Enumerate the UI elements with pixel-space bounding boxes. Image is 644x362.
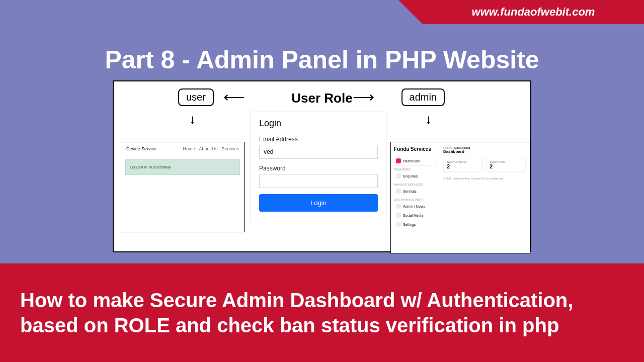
sidebar-services-label: Services bbox=[403, 190, 417, 193]
website-url: www.fundaofwebit.com bbox=[472, 6, 595, 19]
sidebar-section-mgmt: SITE MANAGEMENT bbox=[394, 198, 436, 201]
admin-brand: Funda Services bbox=[394, 146, 436, 152]
sidebar-dashboard-label: Dashboard bbox=[403, 159, 420, 163]
sidebar-social-label: Social Media bbox=[403, 214, 423, 217]
email-label: Email Address bbox=[259, 136, 378, 143]
page-title: Part 8 - Admin Panel in PHP Website bbox=[105, 45, 539, 74]
user-site-brand: Device Service bbox=[126, 146, 156, 151]
services-icon bbox=[396, 189, 401, 194]
login-button[interactable]: Login bbox=[259, 194, 378, 212]
settings-icon bbox=[396, 222, 401, 227]
stat-cards: Today's Money 2 Today's Mo 2 bbox=[443, 158, 526, 172]
password-field[interactable] bbox=[259, 174, 378, 188]
sidebar-settings-label: Settings bbox=[403, 223, 416, 226]
user-site-preview: Device Service Home About Us Services Lo… bbox=[121, 142, 245, 232]
arrow-down-admin-icon: ↓ bbox=[425, 113, 432, 126]
diagram-panel: user admin User Role ⟵ ⟶ ↓ ↓ Login Email… bbox=[113, 80, 531, 252]
sidebar-item-social-media[interactable]: Social Media bbox=[394, 211, 436, 219]
arrow-down-user-icon: ↓ bbox=[189, 113, 196, 126]
sidebar-item-enquiries[interactable]: Enquiries bbox=[394, 172, 436, 180]
user-role-heading: User Role bbox=[291, 90, 352, 106]
success-alert: Logged in Successfully bbox=[125, 159, 240, 175]
login-form: Login Email Address Password Login bbox=[251, 112, 386, 221]
stat-value-1: 2 bbox=[447, 163, 479, 169]
stat-value-2: 2 bbox=[490, 163, 522, 169]
bottom-banner: How to make Secure Admin Dashboard w/ Au… bbox=[0, 263, 644, 362]
sidebar-item-dashboard[interactable]: Dashboard bbox=[394, 157, 436, 165]
bottom-description: How to make Secure Admin Dashboard w/ Au… bbox=[20, 288, 624, 338]
user-site-header: Device Service Home About Us Services bbox=[121, 142, 244, 155]
nav-home[interactable]: Home bbox=[183, 146, 195, 151]
enquiries-icon bbox=[396, 173, 401, 178]
nav-services[interactable]: Services bbox=[221, 146, 239, 151]
admin-main: Pages / Dashboard Dashboard Today's Mone… bbox=[439, 142, 530, 184]
user-site-nav: Home About Us Services bbox=[183, 146, 239, 151]
user-role-badge: user bbox=[178, 88, 214, 106]
sidebar-item-admin-users[interactable]: Admin / Users bbox=[394, 202, 436, 210]
admin-sidebar: Funda Services Dashboard ENQUIRIES Enqui… bbox=[391, 142, 439, 253]
sidebar-section-enquiries: ENQUIRIES bbox=[394, 168, 436, 171]
stat-card-1: Today's Money 2 bbox=[443, 158, 483, 172]
password-label: Password bbox=[259, 165, 378, 172]
arrow-right-icon: ⟶ bbox=[353, 89, 374, 105]
nav-about[interactable]: About Us bbox=[199, 146, 217, 151]
admin-footer: © 2021, made with ❤ by Creative Tim for … bbox=[443, 177, 526, 180]
sidebar-section-services: MANAGE SERVICES bbox=[394, 183, 436, 186]
users-icon bbox=[396, 204, 401, 209]
website-url-banner: www.fundaofwebit.com bbox=[423, 0, 644, 24]
admin-role-badge: admin bbox=[401, 88, 445, 106]
arrow-left-icon: ⟵ bbox=[223, 89, 245, 105]
dashboard-heading: Dashboard bbox=[443, 149, 526, 154]
admin-dashboard-preview: Funda Services Dashboard ENQUIRIES Enqui… bbox=[390, 142, 530, 253]
sidebar-item-settings[interactable]: Settings bbox=[394, 220, 436, 228]
sidebar-enquiries-label: Enquiries bbox=[403, 174, 418, 178]
stat-card-2: Today's Mo 2 bbox=[486, 158, 526, 172]
social-icon bbox=[396, 213, 401, 218]
login-title: Login bbox=[259, 118, 378, 129]
dashboard-icon bbox=[396, 158, 401, 163]
sidebar-admin-users-label: Admin / Users bbox=[403, 205, 425, 208]
sidebar-item-services[interactable]: Services bbox=[394, 187, 436, 195]
email-field[interactable] bbox=[259, 145, 378, 159]
